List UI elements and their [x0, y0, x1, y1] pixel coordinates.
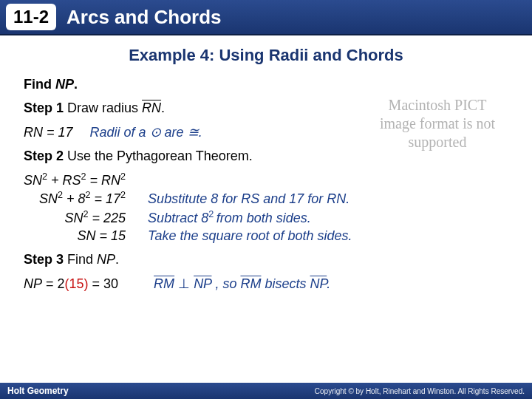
header-bar: 11-2 Arcs and Chords [0, 0, 532, 35]
eq-line-4: SN = 15 [78, 227, 126, 245]
explain-line-2: Subtract 82 from both sides. [148, 208, 352, 227]
equation-block: SN2 + RS2 = RN2 SN2 + 82 = 172 SN2 = 225… [24, 171, 508, 245]
step-3-label: Step 3 [24, 252, 64, 267]
bisect-mid: , so [211, 276, 240, 291]
explain-line-1: Substitute 8 for RS and 17 for RN. [148, 190, 352, 208]
radii-note-prefix: Radii of a [90, 125, 150, 140]
rn-equals: RN = 17 [24, 125, 73, 140]
eq-line-3: SN2 = 225 [65, 208, 126, 227]
step-1-label: Step 1 [24, 100, 64, 115]
step-3-line: Step 3 Find NP. [24, 250, 508, 268]
find-statement: Find NP. [24, 75, 508, 93]
equation-left-column: SN2 + RS2 = RN2 SN2 + 82 = 172 SN2 = 225… [24, 171, 126, 245]
radii-note: Radii of a ⊙ are ≅. [90, 125, 202, 140]
find-target: NP [55, 77, 74, 92]
bisect-statement: RM ⊥ NP , so RM bisects NP. [154, 275, 330, 293]
circle-icon: ⊙ [150, 125, 161, 140]
eq-line-1: SN2 + RS2 = RN2 [24, 171, 126, 189]
np-mid: = 2 [42, 276, 65, 291]
perp-symbol: ⊥ [174, 276, 194, 291]
np-result: NP = 2(15) = 30 [24, 275, 118, 293]
segment-rm-2: RM [240, 276, 261, 291]
equation-right-column: Substitute 8 for RS and 17 for RN. Subtr… [148, 171, 352, 245]
np-red: (15) [65, 276, 89, 291]
np-prefix: NP [24, 276, 42, 291]
missing-image-placeholder: Macintosh PICT image format is not suppo… [371, 96, 504, 151]
lesson-title: Arcs and Chords [66, 6, 222, 29]
footer-bar: Holt Geometry Copyright © by Holt, Rineh… [0, 383, 532, 399]
radii-note-suffix: are ≅. [161, 125, 202, 140]
segment-np-2: NP [310, 276, 327, 291]
step-3-text: Find [64, 252, 97, 267]
find-label: Find [24, 77, 55, 92]
np-suffix: = 30 [89, 276, 119, 291]
segment-rn: RN [142, 100, 161, 115]
step-1-text: Draw radius [64, 100, 142, 115]
final-line: NP = 2(15) = 30 RM ⊥ NP , so RM bisects … [24, 275, 508, 293]
lesson-number-chip: 11-2 [6, 4, 56, 30]
segment-np-1: NP [194, 276, 211, 291]
segment-rm-1: RM [154, 276, 174, 291]
step-3-target: NP [97, 252, 115, 267]
bisect-suffix: bisects [261, 276, 310, 291]
step-2-label: Step 2 [24, 149, 64, 163]
example-title: Example 4: Using Radii and Chords [0, 46, 532, 65]
footer-brand: Holt Geometry [7, 386, 69, 396]
step-2-text: Use the Pythagorean Theorem. [64, 149, 253, 163]
explain-line-3: Take the square root of both sides. [148, 227, 352, 245]
footer-copyright: Copyright © by Holt, Rinehart and Winsto… [315, 387, 525, 395]
eq-line-2: SN2 + 82 = 172 [39, 189, 126, 208]
